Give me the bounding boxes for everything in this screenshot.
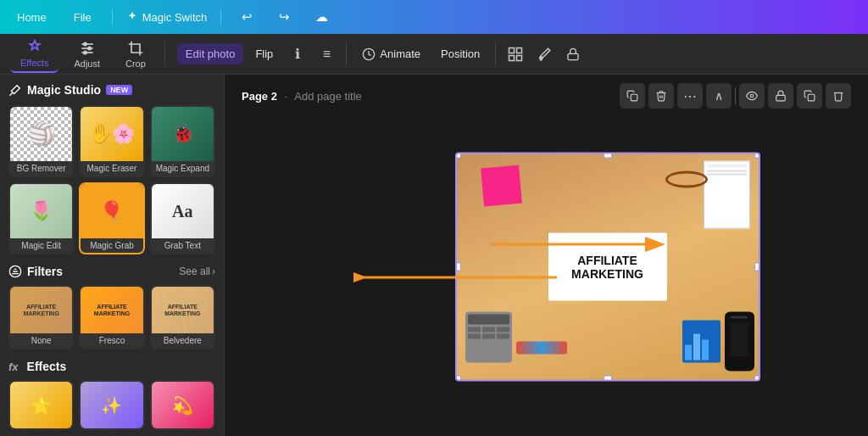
- paint-icon-button[interactable]: [531, 42, 557, 67]
- undo-button[interactable]: ↩: [235, 5, 259, 29]
- toolbar2-divider: [164, 42, 165, 66]
- animate-icon: [362, 48, 376, 61]
- edit-photo-button[interactable]: Edit photo: [177, 43, 244, 64]
- magic-studio-section-title: Magic Studio NEW: [8, 83, 215, 97]
- duplicate-page-button[interactable]: [797, 83, 822, 109]
- home-button[interactable]: Home: [10, 8, 53, 27]
- filters-title: Filters: [8, 265, 63, 278]
- handle-bottom-right[interactable]: [754, 376, 760, 382]
- filter-fresco[interactable]: AFFILIATE MARKETING Fresco: [79, 285, 144, 349]
- new-badge: NEW: [106, 85, 132, 95]
- filter-none[interactable]: AFFILIATE MARKETING None: [8, 285, 74, 349]
- tab-crop[interactable]: Crop: [115, 36, 156, 72]
- page-action-buttons: ⋯ ∧: [620, 83, 851, 109]
- sticky-note: [481, 165, 522, 207]
- tool-card-grab-text[interactable]: Aa Grab Text: [150, 182, 215, 254]
- page-number: Page 2: [242, 90, 277, 103]
- svg-rect-10: [517, 55, 522, 60]
- grab-text-label: Grab Text: [152, 238, 214, 253]
- svg-point-3: [84, 42, 86, 45]
- svg-rect-11: [568, 53, 578, 59]
- lock-icon-button[interactable]: [560, 42, 586, 67]
- affiliate-text-line2: MARKETING: [571, 267, 643, 281]
- svg-rect-17: [808, 94, 815, 101]
- delete-icon: [655, 90, 667, 102]
- effect-card-2[interactable]: ✨: [79, 380, 144, 430]
- left-panel: Magic Studio NEW 🏐 BG Remover ✋🌸 Magic E…: [0, 75, 225, 436]
- tool-card-bg-remover[interactable]: 🏐 BG Remover: [8, 105, 74, 177]
- position-button[interactable]: Position: [432, 43, 488, 64]
- handle-bottom-left[interactable]: [455, 376, 461, 382]
- page-header: Page 2 - Add page title ⋯ ∧: [225, 83, 868, 109]
- tab-adjust[interactable]: Adjust: [64, 36, 110, 72]
- svg-point-5: [84, 51, 86, 53]
- lock-icon: [566, 48, 580, 61]
- page-title-placeholder[interactable]: Add page title: [294, 90, 362, 103]
- separator: -: [284, 90, 287, 103]
- toolbar2: Effects Adjust Crop Edit photo Flip ℹ ≡ …: [0, 34, 868, 75]
- svg-rect-8: [517, 48, 522, 53]
- filters-section-header: Filters See all ›: [8, 265, 215, 278]
- phone: [725, 312, 754, 372]
- copy-page-button[interactable]: [620, 83, 645, 109]
- handle-right-middle[interactable]: [754, 263, 760, 271]
- effects-section-header: fx Effects: [8, 360, 215, 373]
- effect-1-preview: 🌟: [10, 382, 72, 428]
- filter-belvedere[interactable]: AFFILIATE MARKETING Belvedere: [150, 285, 215, 349]
- info-button[interactable]: ℹ: [285, 42, 310, 67]
- magic-switch-button[interactable]: Magic Switch: [126, 11, 208, 24]
- trash-page-button[interactable]: [826, 83, 851, 109]
- toolbar2-divider3: [495, 42, 496, 66]
- handle-top-middle[interactable]: [604, 153, 612, 159]
- toolbar2-actions: Edit photo Flip ℹ ≡ Animate Position: [177, 42, 586, 67]
- menu-button[interactable]: ≡: [314, 42, 339, 67]
- fx-icon: fx: [8, 361, 19, 373]
- delete-page-button[interactable]: [648, 83, 674, 109]
- grid-icon: [508, 47, 523, 62]
- tool-card-magic-expand[interactable]: 🐞 Magic Expand: [150, 105, 215, 177]
- page-title-area: Page 2 - Add page title: [242, 90, 362, 103]
- canvas-area: Page 2 - Add page title ⋯ ∧: [225, 75, 868, 436]
- svg-rect-16: [776, 95, 786, 100]
- paintbrush-icon: [537, 47, 552, 62]
- magic-edit-preview: 🌷: [10, 184, 72, 238]
- magic-expand-preview: 🐞: [152, 107, 214, 161]
- tool-card-magic-grab[interactable]: 🎈 Magic Grab: [79, 182, 144, 254]
- animate-button[interactable]: Animate: [353, 43, 429, 65]
- lock-page-icon: [775, 90, 787, 102]
- effects-grid: 🌟 ✨ 💫: [8, 380, 215, 430]
- trash-icon: [832, 90, 844, 102]
- handle-top-left[interactable]: [455, 153, 461, 159]
- visibility-button[interactable]: [739, 83, 765, 109]
- see-all-filters-button[interactable]: See all ›: [179, 266, 215, 277]
- redo-button[interactable]: ↪: [272, 5, 296, 29]
- crop-icon: [127, 40, 144, 57]
- tab-effects[interactable]: Effects: [10, 36, 58, 73]
- topbar-sep2: [220, 8, 221, 25]
- arrow-left-indicator: [353, 252, 565, 303]
- tool-card-magic-eraser[interactable]: ✋🌸 Magic Eraser: [79, 105, 144, 177]
- cloud-save-button[interactable]: ☁: [309, 5, 333, 29]
- grid-icon-button[interactable]: [503, 42, 528, 67]
- pens: [516, 342, 567, 355]
- scroll-up-button[interactable]: ∧: [706, 83, 732, 109]
- effect-card-3[interactable]: 💫: [150, 380, 215, 430]
- magic-expand-label: Magic Expand: [152, 161, 214, 176]
- handle-top-right[interactable]: [754, 153, 760, 159]
- duplicate-icon: [804, 90, 815, 102]
- handle-bottom-middle[interactable]: [604, 376, 612, 382]
- svg-point-4: [88, 47, 91, 49]
- more-options-button[interactable]: ⋯: [677, 83, 703, 109]
- tool-card-magic-edit[interactable]: 🌷 Magic Edit: [8, 182, 74, 254]
- filter-none-text: AFFILIATE MARKETING: [10, 302, 72, 318]
- filter-belvedere-text: AFFILIATE MARKETING: [152, 302, 214, 318]
- toolbar2-divider2: [346, 42, 347, 66]
- effects-icon: [26, 39, 43, 56]
- glasses: [665, 171, 708, 188]
- flip-button[interactable]: Flip: [247, 43, 281, 64]
- filter-none-preview: AFFILIATE MARKETING: [10, 287, 72, 333]
- magic-eraser-label: Magic Eraser: [81, 161, 142, 176]
- effect-card-1[interactable]: 🌟: [8, 380, 74, 430]
- lock-page-button[interactable]: [768, 83, 793, 109]
- file-menu[interactable]: File: [67, 8, 98, 27]
